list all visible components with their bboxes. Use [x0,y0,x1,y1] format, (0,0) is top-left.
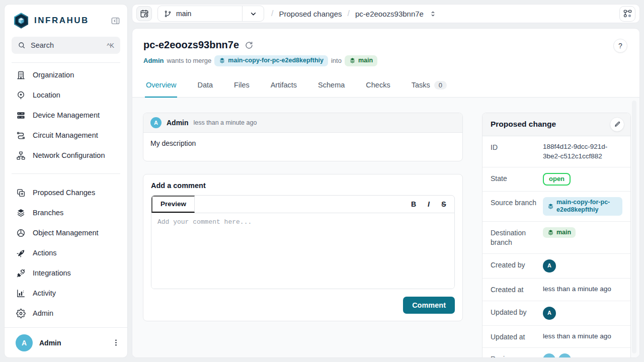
destination-branch-badge[interactable]: main [543,227,576,238]
tab-label: Data [197,81,213,89]
tab-data[interactable]: Data [196,74,214,97]
sidebar-group-divider [12,173,120,174]
refresh-icon [245,41,254,50]
sidebar-item-label: Integrations [33,269,71,277]
selector-updown-icon[interactable] [429,10,437,18]
sidebar-item-object-management[interactable]: Object Management [5,223,127,243]
sidebar-item-location[interactable]: Location [5,85,127,105]
tab-overview[interactable]: Overview [145,74,177,97]
merge-summary: Admin wants to merge main-copy-for-pc-e2… [143,55,628,66]
graphql-sandbox-button[interactable] [619,6,635,22]
rocket-icon [16,248,26,258]
preview-tab[interactable]: Preview [151,196,195,213]
comment-textarea[interactable] [151,213,454,289]
detail-row-id: ID188f4d12-9dcc-921d-3be2-c512c1ccf882 [482,136,630,167]
current-branch-name: main [176,10,191,18]
sidebar-item-label: Network Configuration [33,151,105,159]
account-avatar[interactable]: A [543,307,556,320]
sidebar: INFRAHUB Search ^K OrganizationLocationD… [4,4,128,358]
comment-card-header: A Admin less than a minute ago [143,113,462,133]
tab-checks[interactable]: Checks [365,74,391,97]
route-icon [16,131,26,140]
comment-editor: Preview B I S [151,195,455,289]
tab-bar: OverviewDataFilesArtifactsSchemaChecksTa… [132,74,639,98]
pencil-icon [614,121,621,128]
sidebar-item-label: Branches [33,209,63,217]
comment-body: My description [143,133,462,161]
detail-row-source-branch: Source branchmain-copy-for-pc-e2ed8kepft… [482,192,630,222]
detail-row-created-by: Created byA [482,254,630,279]
breadcrumb-item[interactable]: pc-e2eoozs93bnn7e [355,10,424,18]
detail-row-reviewers: ReviewersCSOC [482,348,630,357]
tab-label: Schema [318,81,345,89]
sidebar-item-branches[interactable]: Branches [5,203,127,223]
source-branch-badge[interactable]: main-copy-for-pc-e2ed8kepfthiy [543,197,622,216]
detail-row-created-at: Created atless than a minute ago [482,279,630,301]
comment-submit-button[interactable]: Comment [403,297,455,314]
graph-nodes-icon [623,9,632,19]
sidebar-item-actions[interactable]: Actions [5,243,127,263]
tab-label: Artifacts [271,81,297,89]
detail-row-value: less than a minute ago [543,331,622,341]
panel-title: Proposed change [491,120,556,129]
merge-text: wants to merge [167,57,211,64]
italic-button[interactable]: I [422,198,435,211]
target-branch-badge[interactable]: main [345,55,377,66]
proposed-changes-icon [16,188,26,198]
branch-selector-caret[interactable] [242,6,264,21]
branch-selector[interactable]: main [157,6,264,22]
detail-row-label: Reviewers [491,353,543,357]
sidebar-item-integrations[interactable]: Integrations [5,263,127,283]
breadcrumb: / Proposed changes / pc-e2eoozs93bnn7e [271,9,437,18]
comment-author-avatar[interactable]: A [150,117,162,128]
sidebar-item-label: Organization [33,71,74,79]
sidebar-item-organization[interactable]: Organization [5,65,127,85]
branch-selector-value: main [158,6,242,21]
tab-tasks[interactable]: Tasks0 [411,74,448,97]
tab-label: Overview [146,81,176,89]
refresh-button[interactable] [245,41,254,50]
page-head: pc-e2eoozs93bnn7e ? Admin wants to merge [132,29,639,74]
topbar: main / Proposed changes / pc-e2eoozs93bn… [132,4,640,23]
breadcrumb-separator: / [271,9,273,18]
reviewer-avatar[interactable]: OC [558,353,571,357]
sidebar-item-device-management[interactable]: Device Management [5,105,127,125]
merge-author[interactable]: Admin [143,57,164,64]
sidebar-item-proposed-changes[interactable]: Proposed Changes [5,183,127,203]
detail-row-label: State [491,173,543,184]
scrollbar[interactable] [632,101,636,353]
location-icon [16,90,26,100]
time-travel-button[interactable] [136,6,152,21]
building-icon [16,70,26,80]
branch-name: main-copy-for-pc-e2ed8kepfthiy [556,199,618,214]
breadcrumb-separator: / [348,9,350,18]
source-branch-badge[interactable]: main-copy-for-pc-e2ed8kepfthiy [214,55,328,66]
tab-schema[interactable]: Schema [317,74,346,97]
sidebar-item-label: Proposed Changes [33,189,95,197]
detail-row-label: ID [491,142,543,153]
detail-row-state: Stateopen [482,167,630,192]
breadcrumb-section[interactable]: Proposed changes [279,10,342,18]
sidebar-item-network-configuration[interactable]: Network Configuration [5,145,127,165]
tab-label: Files [234,81,250,89]
detail-row-label: Destination branch [491,227,543,248]
search-icon [18,41,26,49]
tab-files[interactable]: Files [233,74,251,97]
sidebar-item-admin[interactable]: Admin [5,303,127,323]
user-avatar[interactable]: A [16,334,33,351]
help-button[interactable]: ? [613,39,627,53]
detail-row-value: main [543,227,622,239]
edit-button[interactable] [610,117,624,132]
strikethrough-button[interactable]: S [437,198,450,211]
tab-artifacts[interactable]: Artifacts [270,74,298,97]
sidebar-collapse-button[interactable] [111,16,120,26]
account-avatar[interactable]: A [543,259,556,273]
user-menu-button[interactable] [112,338,120,347]
sidebar-item-activity[interactable]: Activity [5,283,127,303]
search-input[interactable]: Search ^K [12,37,120,54]
search-placeholder: Search [31,41,54,49]
sidebar-item-circuit-management[interactable]: Circuit Management [5,125,127,145]
bold-button[interactable]: B [407,198,420,211]
comment-author-name: Admin [167,119,189,127]
reviewer-avatar[interactable]: CS [543,353,555,357]
